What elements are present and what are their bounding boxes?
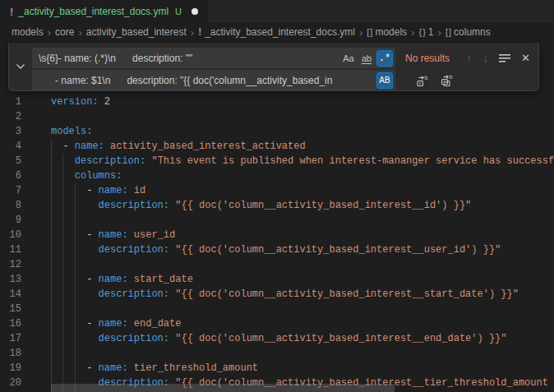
breadcrumb-label: core — [55, 26, 74, 38]
find-in-selection-icon — [499, 53, 510, 63]
code-line[interactable]: 5 description: "This event is published … — [0, 154, 554, 168]
breadcrumb-item-models[interactable]: [ ]models — [367, 26, 407, 38]
breadcrumb-item-models[interactable]: models — [12, 26, 44, 38]
code-line[interactable]: 3models: — [0, 124, 554, 139]
line-number: 4 — [0, 139, 21, 154]
line-number: 17 — [0, 331, 21, 346]
horizontal-scrollbar[interactable] — [51, 384, 395, 392]
regex-button[interactable]: .* — [376, 50, 393, 67]
breadcrumb-separator: › — [438, 26, 441, 39]
line-number: 14 — [0, 287, 21, 302]
line-number: 3 — [0, 124, 21, 139]
code-line[interactable]: 14 description: "{{ doc('column__activit… — [0, 287, 554, 302]
code-line[interactable]: 13 - name: start_date — [0, 272, 554, 287]
replace-input[interactable]: - name: $1\n description: "{{ doc('colum… — [32, 70, 395, 90]
line-content — [21, 213, 51, 228]
find-status: No results — [405, 53, 450, 64]
breadcrumb-item-activity_based_interest[interactable]: activity_based_interest — [86, 26, 187, 38]
line-number: 5 — [0, 154, 21, 168]
breadcrumb-separator: › — [191, 26, 194, 39]
toggle-replace-button[interactable] — [9, 43, 31, 90]
code-line[interactable]: 10 - name: user_id — [0, 228, 554, 242]
array-symbol-icon: [ ] — [367, 27, 372, 37]
svg-text:b: b — [425, 75, 428, 81]
svg-text:c: c — [419, 81, 422, 85]
object-symbol-icon: { } — [418, 27, 424, 37]
code-line[interactable]: 17 description: "{{ doc('column__activit… — [0, 331, 554, 346]
replace-all-icon: b ac — [440, 74, 454, 87]
replace-button[interactable]: b c — [416, 74, 429, 87]
line-number: 13 — [0, 272, 21, 287]
code-line[interactable]: 2 — [0, 109, 554, 124]
code-line[interactable]: 1version: 2 — [0, 95, 554, 109]
code-line[interactable]: 6 columns: — [0, 168, 554, 183]
match-case-button[interactable]: Aa — [340, 50, 357, 67]
editor-pane: 1version: 223models:4 - name: activity_b… — [0, 41, 554, 392]
line-content: - name: start_date — [21, 272, 193, 287]
code-line[interactable]: 8 description: "{{ doc('column__activity… — [0, 198, 554, 213]
line-number: 1 — [0, 95, 21, 109]
preserve-case-button[interactable]: AB — [376, 72, 393, 89]
previous-match-button[interactable]: ↑ — [466, 52, 472, 65]
line-content: description: "{{ doc('column__activity_b… — [21, 331, 507, 346]
line-number: 8 — [0, 198, 21, 213]
line-number: 15 — [0, 302, 21, 316]
line-number: 12 — [0, 257, 21, 272]
breadcrumb-label: models — [12, 26, 44, 38]
line-content: - name: tier_threshold_amount — [21, 361, 258, 376]
find-input[interactable]: \s{6}- name: (.*)\n description: "" Aa a… — [32, 48, 395, 68]
line-number: 6 — [0, 168, 21, 183]
array-symbol-icon: [ ] — [446, 27, 450, 37]
yaml-file-icon: ! — [10, 6, 13, 18]
yaml-symbol-icon: ! — [198, 26, 201, 38]
breadcrumb-label: columns — [454, 26, 491, 38]
line-number: 19 — [0, 361, 21, 376]
code-line[interactable]: 18 — [0, 346, 554, 361]
line-content: description: "{{ doc('column__activity_b… — [21, 198, 471, 213]
line-number: 11 — [0, 242, 21, 257]
line-content: description: "{{ doc('column__activity_b… — [21, 287, 519, 302]
replace-input-value: - name: $1\n description: "{{ doc('colum… — [39, 75, 375, 86]
breadcrumb-item-1[interactable]: { }1 — [418, 26, 433, 38]
code-line[interactable]: 4 - name: activity_based_interest_activa… — [0, 139, 554, 154]
line-content: description: "{{ doc('column__activity_b… — [21, 242, 501, 257]
tab-filename: _activity_based_interest_docs.yml — [18, 6, 169, 17]
line-content: - name: user_id — [21, 228, 175, 242]
line-number: 16 — [0, 316, 21, 331]
line-content: version: 2 — [21, 95, 110, 109]
line-content — [21, 257, 51, 272]
line-content — [21, 109, 51, 124]
line-content: columns: — [21, 168, 122, 183]
code-line[interactable]: 9 — [0, 213, 554, 228]
find-in-selection-button[interactable] — [499, 53, 510, 63]
close-button[interactable]: ✕ — [521, 52, 530, 64]
line-content: - name: end_date — [21, 316, 181, 331]
breadcrumb-item-_activity_based_interest_docs.yml[interactable]: !_activity_based_interest_docs.yml — [198, 26, 355, 38]
line-number: 9 — [0, 213, 21, 228]
find-replace-widget: \s{6}- name: (.*)\n description: "" Aa a… — [8, 43, 539, 91]
unsaved-changes-indicator[interactable] — [192, 8, 198, 15]
next-match-button[interactable]: ↓ — [482, 52, 488, 65]
line-content: - name: id — [21, 183, 145, 198]
whole-word-button[interactable]: ab — [358, 50, 375, 67]
code-line[interactable]: 11 description: "{{ doc('column__activit… — [0, 242, 554, 257]
line-number: 2 — [0, 109, 21, 124]
breadcrumb-item-core[interactable]: core — [55, 26, 74, 38]
code-line[interactable]: 16 - name: end_date — [0, 316, 554, 331]
code-line[interactable]: 19 - name: tier_threshold_amount — [0, 361, 554, 376]
breadcrumb-label: models — [375, 26, 407, 38]
breadcrumb-separator: › — [359, 26, 362, 39]
editor-tab[interactable]: ! _activity_based_interest_docs.yml U — [0, 0, 208, 23]
find-input-value: \s{6}- name: (.*)\n description: "" — [39, 53, 339, 64]
breadcrumb-label: 1 — [428, 26, 434, 38]
breadcrumb-item-columns[interactable]: [ ]columns — [446, 26, 491, 38]
code-line[interactable]: 12 — [0, 257, 554, 272]
code-line[interactable]: 7 - name: id — [0, 183, 554, 198]
replace-all-button[interactable]: b ac — [440, 74, 454, 87]
line-content: description: "This event is published wh… — [21, 154, 554, 168]
line-content: - name: activity_based_interest_activate… — [21, 139, 306, 154]
breadcrumb: models›core›activity_based_interest›!_ac… — [0, 23, 554, 41]
breadcrumb-label: _activity_based_interest_docs.yml — [205, 26, 355, 38]
code-line[interactable]: 15 — [0, 302, 554, 316]
line-content — [21, 346, 51, 361]
